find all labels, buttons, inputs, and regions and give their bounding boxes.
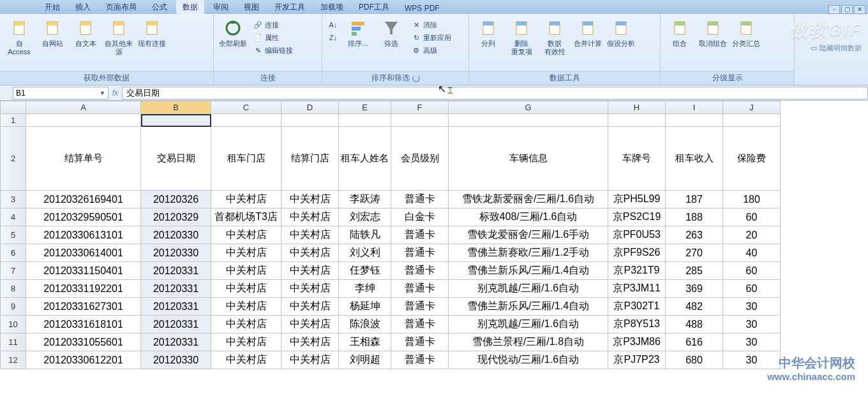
data-cell[interactable]: 刘明超: [339, 351, 391, 369]
组合-button[interactable]: 组合: [664, 17, 695, 49]
假设分析-button[interactable]: 假设分析: [606, 17, 636, 49]
col-header-C[interactable]: C: [211, 101, 281, 114]
header-cell[interactable]: 车辆信息: [449, 127, 608, 191]
tab-开始[interactable]: 开始: [38, 0, 66, 14]
data-cell[interactable]: 中关村店: [281, 262, 339, 280]
data-cell[interactable]: 中关村店: [211, 280, 281, 298]
data-cell[interactable]: 616: [666, 333, 723, 351]
删除重复项-button[interactable]: 删除重复项: [506, 17, 537, 57]
data-cell[interactable]: 中关村店: [281, 316, 339, 333]
cell[interactable]: [141, 114, 211, 127]
select-all-cell[interactable]: [1, 101, 26, 114]
data-cell[interactable]: 187: [666, 191, 723, 209]
data-cell[interactable]: 中关村店: [281, 191, 339, 209]
data-cell[interactable]: 中关村店: [211, 191, 281, 209]
数据有效性-button[interactable]: 数据有效性: [539, 17, 570, 57]
data-cell[interactable]: 20120330612201: [26, 351, 141, 369]
header-cell[interactable]: 交易日期: [141, 127, 211, 191]
data-cell[interactable]: 188: [666, 209, 723, 226]
fx-icon[interactable]: fx: [112, 89, 118, 98]
data-cell[interactable]: 京P8Y513: [608, 316, 666, 333]
data-cell[interactable]: 263: [666, 226, 723, 244]
data-cell[interactable]: 中关村店: [281, 226, 339, 244]
取消组合-button[interactable]: 取消组合: [698, 17, 728, 49]
sort-asc-button[interactable]: A↓: [326, 19, 340, 31]
row-header-2[interactable]: 2: [1, 127, 26, 191]
name-box[interactable]: B1▼: [13, 87, 108, 99]
data-cell[interactable]: 中关村店: [211, 226, 281, 244]
restore-button[interactable]: ▢: [841, 5, 853, 14]
data-cell[interactable]: 20120331: [141, 298, 211, 316]
data-cell[interactable]: 20120330613101: [26, 226, 141, 244]
data-cell[interactable]: 488: [666, 316, 723, 333]
data-cell[interactable]: 60: [723, 209, 781, 226]
minimize-button[interactable]: －: [828, 5, 840, 14]
row-header-4[interactable]: 4: [1, 209, 26, 226]
data-cell[interactable]: 普通卡: [391, 280, 449, 298]
tab-页面布局[interactable]: 页面布局: [100, 0, 143, 14]
cell[interactable]: [339, 114, 391, 127]
自其他来源-button[interactable]: 自其他来源: [103, 17, 134, 57]
cell[interactable]: [281, 114, 339, 127]
data-cell[interactable]: 别克凯越/三厢/1.6自动: [449, 280, 608, 298]
clear-filter-button[interactable]: ✕清除: [409, 19, 453, 31]
cell[interactable]: [723, 114, 781, 127]
data-cell[interactable]: 20120326169401: [26, 191, 141, 209]
data-cell[interactable]: 20120331627301: [26, 298, 141, 316]
data-cell[interactable]: 60: [723, 262, 781, 280]
header-cell[interactable]: 租车收入: [666, 127, 723, 191]
data-cell[interactable]: 30: [723, 351, 781, 369]
filter-button[interactable]: 筛选: [376, 17, 407, 49]
header-cell[interactable]: 保险费: [723, 127, 781, 191]
tab-PDF工具[interactable]: PDF工具: [352, 0, 396, 14]
data-cell[interactable]: 180: [723, 191, 781, 209]
row-header-7[interactable]: 7: [1, 262, 26, 280]
refresh-all-button[interactable]: 全部刷新: [218, 17, 248, 49]
data-cell[interactable]: 中关村店: [281, 280, 339, 298]
data-cell[interactable]: 李绅: [339, 280, 391, 298]
row-header-12[interactable]: 12: [1, 351, 26, 369]
data-cell[interactable]: 李跃涛: [339, 191, 391, 209]
分类汇总-button[interactable]: 分类汇总: [731, 17, 761, 49]
properties-button[interactable]: 📄属性: [251, 32, 295, 43]
data-cell[interactable]: 普通卡: [391, 191, 449, 209]
header-cell[interactable]: 会员级别: [391, 127, 449, 191]
header-cell[interactable]: 结算门店: [281, 127, 339, 191]
data-cell[interactable]: 369: [666, 280, 723, 298]
data-cell[interactable]: 京PF9S26: [608, 244, 666, 262]
data-cell[interactable]: 普通卡: [391, 351, 449, 369]
col-header-F[interactable]: F: [391, 101, 449, 114]
edit-links-button[interactable]: ✎编辑链接: [251, 45, 295, 56]
data-cell[interactable]: 中关村店: [211, 351, 281, 369]
data-cell[interactable]: 30: [723, 316, 781, 333]
cell[interactable]: [391, 114, 449, 127]
data-cell[interactable]: 20120331: [141, 280, 211, 298]
hide-detail-row[interactable]: ▭隐藏明细数据: [811, 43, 862, 53]
col-header-H[interactable]: H: [608, 101, 666, 114]
data-cell[interactable]: 杨延坤: [339, 298, 391, 316]
data-cell[interactable]: 20120330: [141, 351, 211, 369]
data-cell[interactable]: 标致408/三厢/1.6自动: [449, 209, 608, 226]
formula-input[interactable]: 交易日期: [122, 87, 868, 99]
data-cell[interactable]: 20: [723, 226, 781, 244]
sort-button[interactable]: 排序...: [343, 17, 373, 49]
data-cell[interactable]: 雪佛兰新乐风/三厢/1.4自动: [449, 298, 608, 316]
cell[interactable]: [666, 114, 723, 127]
close-button[interactable]: ✕: [854, 5, 865, 14]
data-cell[interactable]: 270: [666, 244, 723, 262]
cell[interactable]: [211, 114, 281, 127]
data-cell[interactable]: 40: [723, 244, 781, 262]
col-header-D[interactable]: D: [281, 101, 339, 114]
data-cell[interactable]: 雪佛兰景程/三厢/1.8自动: [449, 333, 608, 351]
data-cell[interactable]: 20120326: [141, 191, 211, 209]
自网站-button[interactable]: 自网站: [37, 17, 68, 49]
data-cell[interactable]: 京P321T9: [608, 262, 666, 280]
data-cell[interactable]: 30: [723, 333, 781, 351]
data-cell[interactable]: 20120331192201: [26, 280, 141, 298]
data-cell[interactable]: 20120330: [141, 226, 211, 244]
col-header-E[interactable]: E: [339, 101, 391, 114]
data-cell[interactable]: 京P3JM11: [608, 280, 666, 298]
data-cell[interactable]: 京PF0U53: [608, 226, 666, 244]
data-cell[interactable]: 680: [666, 351, 723, 369]
现有连接-button[interactable]: 现有连接: [137, 17, 167, 49]
